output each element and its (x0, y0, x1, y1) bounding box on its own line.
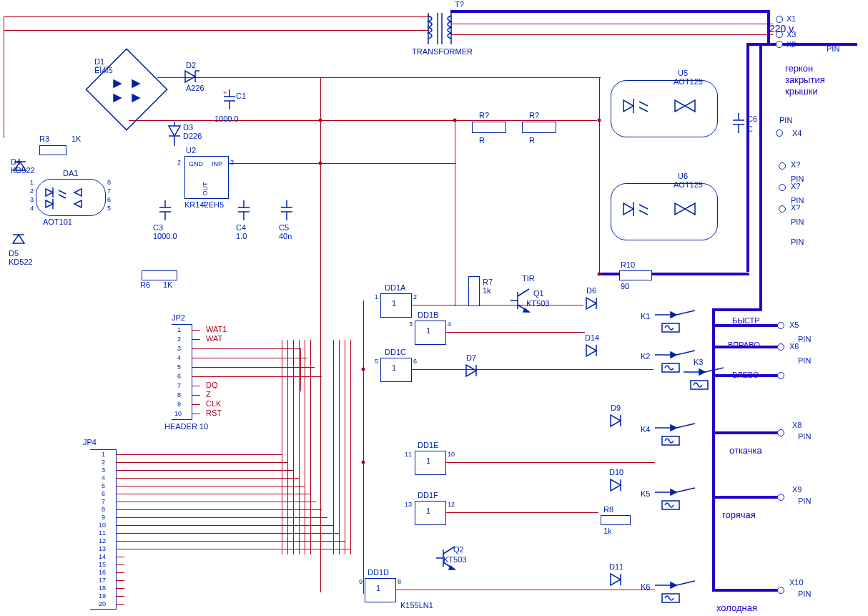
jp4-vb9 (345, 340, 345, 554)
jp4-b9 (124, 517, 327, 518)
svg-marker-27 (74, 189, 82, 196)
jp4-b2 (124, 462, 287, 463)
x6-pin (777, 343, 784, 351)
rqr-val: R (529, 136, 535, 145)
bus-x2 (746, 43, 857, 46)
xq1 (779, 162, 786, 170)
svg-marker-56 (675, 100, 685, 112)
wire-dd1f-out (445, 512, 598, 513)
wire-mid-drop (320, 77, 321, 592)
dd1d-ref: DD1D (368, 568, 389, 577)
svg-text:+: + (223, 89, 227, 97)
dd1e-ref: DD1E (418, 441, 438, 449)
k1-ref: K1 (641, 312, 650, 321)
d6-symbol (583, 296, 605, 311)
wire-dd1b-out (445, 332, 585, 333)
c5-ref: C5 (279, 223, 289, 232)
xleft-pin (777, 372, 784, 379)
da1-ref: DA1 (63, 169, 78, 177)
c6-ref: C6 (747, 114, 757, 123)
d2-ref: D2 (186, 61, 196, 69)
transformer-symbol (424, 7, 455, 50)
x9-pin (777, 494, 784, 501)
svg-marker-71 (586, 298, 596, 309)
wire-right-drop (599, 77, 600, 274)
q1-part: KT503 (526, 299, 549, 308)
svg-marker-7 (185, 71, 195, 82)
jp4-b6 (124, 494, 310, 494)
d2-val: À226 (186, 84, 204, 92)
svg-line-26 (59, 195, 66, 198)
u5-part: AOT125 (674, 77, 703, 86)
d4-val: KD522 (11, 166, 35, 175)
q1-ref: Q1 (533, 289, 544, 298)
svg-marker-6 (132, 94, 139, 102)
bus-to-relays (599, 273, 721, 275)
svg-rect-104 (662, 594, 679, 602)
r7-val: 1k (483, 286, 491, 295)
svg-line-103 (676, 581, 695, 585)
bus-x9 (712, 496, 780, 499)
jp2-body (172, 324, 192, 420)
relay-k4 (655, 422, 705, 448)
u2-inp: INP (212, 160, 222, 167)
jp4-b12 (124, 541, 345, 542)
dd1a-v: 1 (392, 299, 396, 308)
r6-ref: R6 (140, 280, 150, 289)
d5-symbol (11, 229, 26, 250)
jp4-vb5 (305, 340, 305, 554)
d3-symbol (167, 122, 182, 147)
k6-ref: K6 (641, 582, 650, 591)
jp4-vb1 (282, 340, 282, 554)
d10-ref: D10 (609, 468, 623, 476)
r8-val: 1k (603, 527, 612, 535)
u6-ref: U6 (678, 172, 688, 180)
svg-marker-5 (114, 94, 121, 102)
jp4-b8 (124, 509, 322, 510)
c1-symbol: + (222, 89, 237, 111)
mains-label: 220 v (769, 23, 794, 34)
jp4-vb8 (339, 340, 340, 554)
jp2-w6 (200, 376, 322, 377)
r6-val: 1K (163, 280, 172, 289)
u5-ref: U5 (678, 69, 688, 77)
svg-line-83 (676, 311, 695, 315)
svg-line-61 (639, 210, 648, 215)
wire-636 (455, 120, 455, 306)
svg-marker-98 (671, 489, 676, 495)
x8-pin (777, 429, 784, 436)
d11-symbol (608, 572, 629, 587)
svg-marker-21 (46, 189, 53, 196)
svg-line-87 (676, 351, 695, 355)
svg-marker-86 (671, 352, 676, 358)
k5-ref: K5 (641, 489, 650, 498)
wire-from-bridge (157, 77, 601, 78)
svg-marker-77 (611, 479, 621, 491)
k4-ref: K4 (641, 425, 650, 434)
bus-x8 (712, 431, 780, 434)
jp4-vb2 (287, 340, 288, 554)
svg-marker-23 (46, 200, 53, 207)
d3-ref: D3 (183, 123, 193, 132)
d2-symbol (182, 69, 207, 84)
svg-marker-57 (685, 100, 695, 112)
c3-ref: C3 (153, 223, 163, 232)
svg-rect-92 (691, 381, 708, 389)
d7-symbol (463, 363, 488, 378)
jp4-b5 (124, 486, 305, 487)
svg-marker-64 (466, 365, 476, 376)
d5-ref: D5 (9, 249, 19, 258)
d11-ref: D11 (609, 562, 623, 571)
jp4-vb3 (293, 340, 294, 554)
svg-marker-52 (623, 100, 633, 112)
jp4-b3 (124, 470, 293, 471)
wire-dd1c-out (410, 369, 654, 370)
jp2-w3 (200, 348, 300, 349)
x5-pin (777, 322, 784, 329)
rql-val: R (479, 136, 485, 145)
bus-x10 (712, 589, 780, 592)
bus-j1 (712, 308, 762, 311)
jp2-w4 (200, 358, 307, 358)
svg-rect-100 (662, 501, 679, 509)
r8-body (601, 515, 631, 525)
